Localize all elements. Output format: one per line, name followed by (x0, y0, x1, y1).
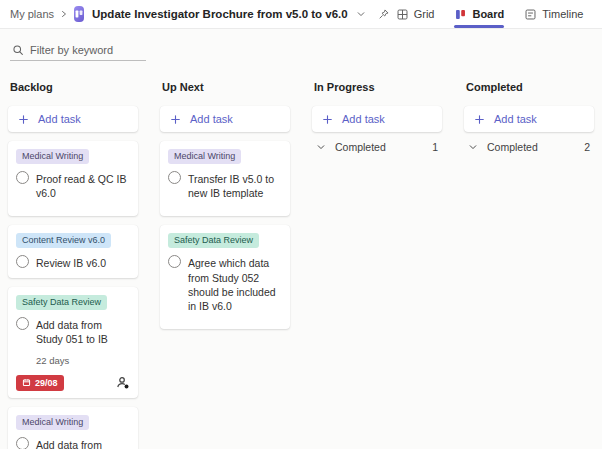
tab-timeline[interactable]: Timeline (524, 0, 583, 28)
task-title: Proof read & QC IB v6.0 (36, 171, 130, 200)
add-task-label: Add task (38, 113, 81, 125)
task-card[interactable]: Safety Data Review Agree which data from… (160, 225, 290, 329)
column-title: Up Next (162, 81, 290, 93)
filter-input[interactable] (30, 44, 144, 56)
tab-board[interactable]: Board (454, 0, 504, 28)
bucket-tag: Content Review v6.0 (16, 233, 111, 248)
bucket-tag: Safety Data Review (168, 233, 259, 248)
task-card[interactable]: Content Review v6.0 Review IB v6.0 (8, 225, 138, 277)
task-title: Transfer IB v5.0 to new IB template (188, 171, 282, 200)
task-card[interactable]: Medical Writing Proof read & QC IB v6.0 (8, 141, 138, 216)
grid-icon (396, 8, 409, 21)
task-complete-checkbox[interactable] (16, 171, 29, 184)
tab-grid[interactable]: Grid (396, 0, 435, 28)
add-task-button[interactable]: Add task (464, 106, 594, 132)
breadcrumb[interactable]: My plans (10, 8, 54, 20)
completed-count: 1 (432, 141, 438, 153)
task-card[interactable]: Medical Writing Transfer IB v5.0 to new … (160, 141, 290, 216)
bucket-tag: Safety Data Review (16, 295, 107, 310)
plus-icon (322, 114, 333, 125)
due-date-label: 29/08 (35, 378, 58, 388)
tab-label: Grid (414, 8, 435, 20)
column-title: In Progress (314, 81, 442, 93)
plan-title-chevron-down-icon[interactable] (356, 9, 366, 19)
add-task-label: Add task (494, 113, 537, 125)
search-icon (12, 44, 24, 56)
add-task-button[interactable]: Add task (312, 106, 442, 132)
timeline-icon (524, 8, 537, 21)
completed-section-label: Completed (335, 141, 386, 153)
column-title: Completed (466, 81, 594, 93)
chevron-down-icon (468, 142, 478, 152)
bucket-tag: Medical Writing (168, 149, 241, 164)
filter-box[interactable] (10, 41, 146, 61)
due-date-badge: 29/08 (16, 375, 64, 391)
board-icon (454, 8, 467, 21)
task-card[interactable]: Safety Data Review Add data from Study 0… (8, 287, 138, 398)
task-title: Add data from Study 052 to IB (36, 437, 130, 449)
task-title: Add data from Study 051 to IB (36, 317, 130, 346)
filter-row (0, 29, 602, 65)
add-task-label: Add task (190, 113, 233, 125)
task-title: Agree which data from Study 052 should b… (188, 255, 282, 313)
column-backlog: Backlog Add task Medical Writing Proof r… (8, 81, 138, 449)
completed-section-toggle[interactable]: Completed 1 (312, 141, 442, 153)
task-card[interactable]: Medical Writing Add data from Study 052 … (8, 407, 138, 449)
kanban-board: Backlog Add task Medical Writing Proof r… (0, 65, 602, 449)
view-tabs: Grid Board Timeline Reports Charts (396, 0, 602, 28)
column-completed: Completed Add task Completed 2 (464, 81, 594, 153)
task-duration: 22 days (36, 355, 130, 366)
plus-icon (18, 114, 29, 125)
completed-section-label: Completed (487, 141, 538, 153)
task-title: Review IB v6.0 (36, 255, 106, 270)
tab-label: Board (472, 8, 504, 20)
page-title: Update Investigator Brochure from v5.0 t… (92, 8, 348, 20)
completed-section-toggle[interactable]: Completed 2 (464, 141, 594, 153)
chevron-down-icon (316, 142, 326, 152)
plus-icon (474, 114, 485, 125)
column-title: Backlog (10, 81, 138, 93)
top-bar: My plans Update Investigator Brochure fr… (0, 0, 602, 29)
task-complete-checkbox[interactable] (16, 317, 29, 330)
task-complete-checkbox[interactable] (16, 437, 29, 449)
completed-count: 2 (584, 141, 590, 153)
planner-plan-icon (74, 6, 84, 22)
task-complete-checkbox[interactable] (168, 171, 181, 184)
add-task-label: Add task (342, 113, 385, 125)
task-complete-checkbox[interactable] (16, 255, 29, 268)
bucket-tag: Medical Writing (16, 149, 89, 164)
tab-label: Timeline (542, 8, 583, 20)
task-complete-checkbox[interactable] (168, 255, 181, 268)
column-up-next: Up Next Add task Medical Writing Transfe… (160, 81, 290, 338)
assignee-icon[interactable] (115, 375, 130, 390)
add-task-button[interactable]: Add task (160, 106, 290, 132)
calendar-icon (22, 378, 31, 387)
bucket-tag: Medical Writing (16, 415, 89, 430)
column-in-progress: In Progress Add task Completed 1 (312, 81, 442, 153)
plus-icon (170, 114, 181, 125)
breadcrumb-chevron-icon (60, 10, 68, 18)
add-task-button[interactable]: Add task (8, 106, 138, 132)
pin-icon[interactable] (378, 8, 390, 20)
